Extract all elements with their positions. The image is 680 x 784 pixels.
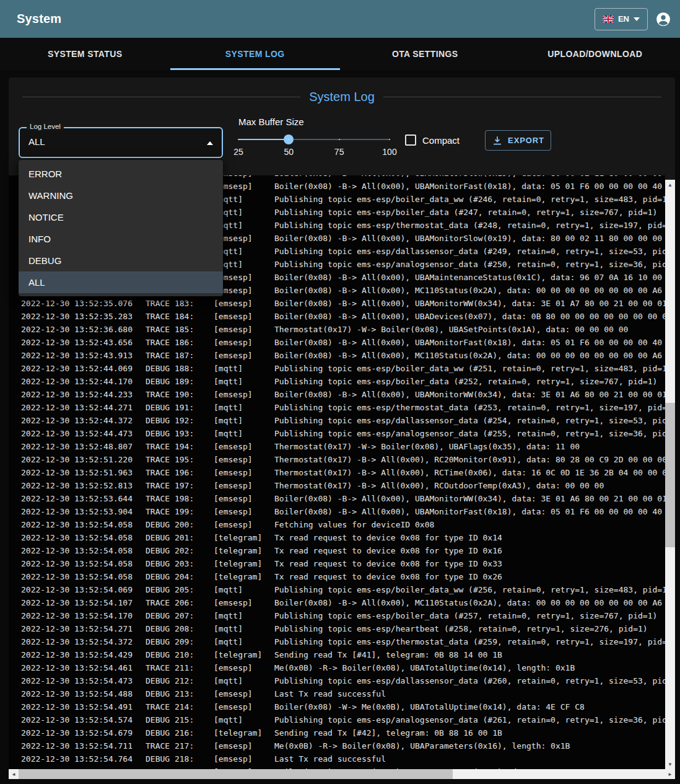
slider-mark-label: 50	[284, 147, 294, 157]
log-row: 2022-12-30 13:52:54.491TRACE 214:[emsesp…	[9, 700, 665, 713]
log-source: [emsesp]	[214, 299, 274, 308]
log-source: [emsesp]	[214, 442, 274, 451]
log-timestamp: 2022-12-30 13:52:52.813	[21, 481, 146, 490]
chevron-down-icon	[634, 17, 640, 21]
log-timestamp: 2022-12-30 13:52:54.069	[21, 585, 146, 594]
log-level-select[interactable]: Log Level ALL	[19, 127, 223, 158]
log-level: DEBUG 207:	[146, 611, 214, 620]
account-button[interactable]	[655, 11, 671, 27]
log-row: 2022-12-30 13:52:54.711TRACE 217:[emsesp…	[9, 739, 665, 752]
max-buffer-size-slider[interactable]: 255075100	[238, 132, 390, 149]
log-message: Boiler(0x08) -B-> All(0x00), MC110Status…	[274, 598, 665, 607]
log-message: Sending read Tx [#41], telegram: 0B 88 1…	[274, 650, 665, 659]
log-message: Publishing topic ems-esp/dallassensor_da…	[274, 416, 665, 425]
log-message: Boiler(0x08) -B-> All(0x00), UBAMonitorS…	[274, 175, 665, 178]
log-row: 2022-12-30 13:52:54.574DEBUG 215:[mqtt]P…	[9, 713, 665, 726]
log-timestamp: 2022-12-30 13:52:44.473	[21, 429, 146, 438]
max-buffer-size-label: Max Buffer Size	[238, 117, 304, 127]
log-message: Boiler(0x08) -B-> All(0x00), UBAMonitorW…	[274, 494, 665, 503]
log-row: 2022-12-30 13:52:53.644TRACE 198:[emsesp…	[9, 492, 665, 505]
log-source: [emsesp]	[214, 754, 274, 764]
log-source: [telegram]	[214, 546, 274, 555]
log-message: Boiler(0x08) -B-> All(0x00), UBAMonitorW…	[274, 299, 665, 308]
menu-item-notice[interactable]: NOTICE	[19, 206, 223, 228]
log-message: Tx read request to device 0x08 for type …	[274, 546, 665, 555]
slider-mark	[339, 139, 340, 140]
scroll-up-icon[interactable]: ▲	[665, 180, 675, 190]
export-button[interactable]: EXPORT	[485, 130, 551, 151]
menu-item-debug[interactable]: DEBUG	[19, 250, 223, 271]
log-row: 2022-12-30 13:52:54.069DEBUG 205:[mqtt]P…	[9, 583, 665, 596]
log-source: [mqtt]	[214, 715, 274, 725]
menu-item-info[interactable]: INFO	[19, 228, 223, 250]
log-level-menu: ERRORWARNINGNOTICEINFODEBUGALL	[19, 160, 223, 296]
log-source: [telegram]	[214, 533, 274, 542]
log-level: DEBUG 209:	[146, 637, 214, 646]
menu-item-all[interactable]: ALL	[19, 271, 223, 293]
log-message: Publishing topic ems-esp/boiler_data_ww …	[274, 195, 665, 204]
log-level: TRACE 217:	[146, 741, 214, 751]
log-timestamp: 2022-12-30 13:52:54.058	[21, 546, 146, 555]
log-timestamp: 2022-12-30 13:52:44.170	[21, 377, 146, 386]
scroll-down-icon[interactable]: ▼	[665, 759, 675, 769]
log-message: Publishing topic ems-esp/heartbeat (#258…	[274, 624, 665, 633]
horizontal-scroll-thumb[interactable]	[19, 769, 453, 779]
log-message: Publishing topic ems-esp/dallassensor_da…	[274, 247, 665, 256]
slider-mark	[389, 139, 390, 140]
log-source: [telegram]	[214, 728, 274, 738]
log-message: Publishing topic ems-esp/dallassensor_da…	[274, 676, 665, 685]
log-timestamp: 2022-12-30 13:52:43.913	[21, 351, 146, 360]
tab-ota-settings[interactable]: OTA SETTINGS	[340, 38, 510, 70]
log-source: [telegram]	[214, 559, 274, 568]
horizontal-scrollbar[interactable]: ◄ ►	[9, 769, 675, 779]
log-message: Publishing topic ems-esp/analogsensor_da…	[274, 429, 665, 438]
log-level: DEBUG 205:	[146, 585, 214, 594]
log-timestamp: 2022-12-30 13:52:44.271	[21, 403, 146, 412]
scroll-left-icon[interactable]: ◄	[9, 769, 19, 779]
log-level: TRACE 214:	[146, 702, 214, 711]
log-message: Thermostat(0x17) -W-> Boiler(0x08), UBAS…	[274, 325, 665, 334]
log-message: Thermostat(0x17) -B-> All(0x00), RCOutdo…	[274, 481, 665, 490]
tab-bar: SYSTEM STATUSSYSTEM LOGOTA SETTINGSUPLOA…	[0, 38, 680, 70]
log-row: 2022-12-30 13:52:54.170DEBUG 207:[mqtt]P…	[9, 609, 665, 622]
log-timestamp: 2022-12-30 13:52:54.058	[21, 520, 146, 529]
tab-system-log[interactable]: SYSTEM LOG	[170, 38, 341, 70]
log-timestamp: 2022-12-30 13:52:54.058	[21, 572, 146, 581]
vertical-scrollbar[interactable]: ▲ ▼	[665, 180, 675, 769]
language-selector[interactable]: EN	[595, 8, 648, 30]
slider-mark	[238, 139, 239, 140]
tab-upload-download[interactable]: UPLOAD/DOWNLOAD	[510, 38, 680, 70]
export-label: EXPORT	[508, 136, 544, 145]
divider	[383, 97, 661, 97]
divider	[22, 97, 300, 97]
log-source: [emsesp]	[214, 507, 274, 516]
log-row: 2022-12-30 13:52:54.058DEBUG 200:[emsesp…	[9, 518, 665, 531]
log-timestamp: 2022-12-30 13:52:43.656	[21, 338, 146, 347]
tab-system-status[interactable]: SYSTEM STATUS	[0, 38, 170, 70]
log-row: 2022-12-30 13:52:44.372DEBUG 192:[mqtt]P…	[9, 414, 665, 427]
log-source: [mqtt]	[214, 637, 274, 646]
log-source: [emsesp]	[214, 351, 274, 360]
log-timestamp: 2022-12-30 13:52:54.271	[21, 624, 146, 633]
compact-checkbox[interactable]	[405, 134, 416, 146]
log-source: [mqtt]	[214, 416, 274, 425]
vertical-scroll-thumb[interactable]	[665, 403, 675, 547]
page-title: System	[17, 12, 61, 26]
log-timestamp: 2022-12-30 13:52:54.473	[21, 676, 146, 685]
compact-toggle[interactable]: Compact	[405, 134, 460, 146]
log-source: [mqtt]	[214, 364, 274, 373]
log-source: [emsesp]	[214, 598, 274, 607]
log-timestamp: 2022-12-30 13:52:54.170	[21, 611, 146, 620]
log-level: TRACE 196:	[146, 468, 214, 477]
scroll-right-icon[interactable]: ►	[665, 769, 675, 779]
log-message: Me(0x0B) -R-> Boiler(0x08), UBAParameter…	[274, 741, 665, 751]
slider-mark-label: 75	[334, 147, 344, 157]
menu-item-warning[interactable]: WARNING	[19, 185, 223, 206]
log-timestamp: 2022-12-30 13:52:53.904	[21, 507, 146, 516]
log-row: 2022-12-30 13:52:54.679DEBUG 216:[telegr…	[9, 726, 665, 739]
menu-item-error[interactable]: ERROR	[19, 163, 223, 185]
log-row: 2022-12-30 13:52:44.069DEBUG 188:[mqtt]P…	[9, 362, 665, 375]
log-message: Publishing topic ems-esp/thermostat_data…	[274, 403, 665, 412]
log-timestamp: 2022-12-30 13:52:54.574	[21, 715, 146, 725]
log-row: 2022-12-30 13:52:51.963TRACE 196:[emsesp…	[9, 466, 665, 479]
